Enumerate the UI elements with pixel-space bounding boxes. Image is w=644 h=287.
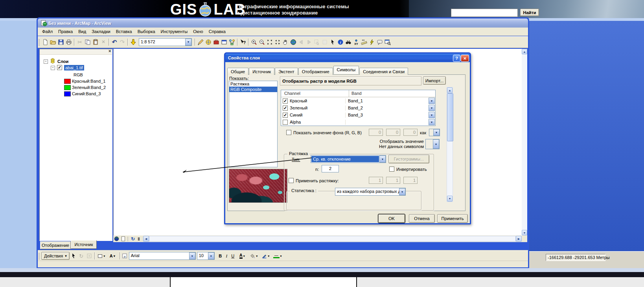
- table-row[interactable]: Alpha ▼: [281, 119, 435, 126]
- dialog-scrollbar[interactable]: ▲ ▼: [447, 87, 453, 202]
- clear-selection-icon[interactable]: [321, 38, 329, 46]
- tab-source[interactable]: Источник: [249, 68, 274, 75]
- list-item[interactable]: Растяжка: [229, 81, 277, 87]
- font-name-combo[interactable]: Arial ▼: [129, 252, 196, 260]
- measure-ruler-icon[interactable]: [360, 38, 368, 46]
- save-icon[interactable]: [57, 38, 65, 46]
- html-popup-icon[interactable]: [376, 38, 384, 46]
- site-search-button[interactable]: Найти: [520, 9, 539, 16]
- scroll-up-icon[interactable]: ▲: [447, 87, 453, 93]
- toc-tab-display[interactable]: Отображение: [40, 241, 71, 249]
- toc-renderer-label[interactable]: RGB: [74, 72, 83, 77]
- scroll-left-icon[interactable]: ◀: [143, 236, 149, 242]
- select-elements-arrow-icon[interactable]: [70, 252, 77, 260]
- line-width-pen-icon[interactable]: ▾: [260, 252, 272, 260]
- toc-close-icon[interactable]: ✕: [108, 49, 111, 53]
- add-data-icon[interactable]: [129, 38, 137, 46]
- zoom-out-icon[interactable]: [258, 38, 266, 46]
- chevron-down-icon[interactable]: ▼: [429, 119, 435, 125]
- map-vertical-scrollbar[interactable]: ▲ ▼: [522, 49, 527, 235]
- menu-bookmarks[interactable]: Закладки: [89, 28, 113, 35]
- bold-button[interactable]: B: [217, 252, 224, 260]
- map-horizontal-scrollbar[interactable]: [149, 236, 516, 242]
- statistics-combo[interactable]: из каждого набора растровых д ▼: [335, 188, 406, 196]
- ok-button[interactable]: OK: [378, 214, 405, 223]
- dialog-help-button[interactable]: ?: [453, 55, 460, 62]
- new-document-icon[interactable]: [41, 38, 49, 46]
- site-search-input[interactable]: [451, 9, 518, 17]
- scroll-down-icon[interactable]: ▼: [522, 230, 527, 235]
- chevron-down-icon[interactable]: ▼: [429, 98, 435, 104]
- font-color-icon[interactable]: A▾: [236, 252, 248, 260]
- chevron-down-icon[interactable]: ▼: [399, 188, 405, 195]
- histograms-button[interactable]: Гистограммы...: [388, 155, 429, 163]
- chevron-down-icon[interactable]: ▼: [433, 139, 439, 149]
- line-color-icon[interactable]: — ▾: [272, 252, 283, 260]
- background-b-field[interactable]: 0: [403, 129, 418, 136]
- chevron-down-icon[interactable]: ▼: [429, 105, 435, 111]
- cut-icon[interactable]: ✂: [76, 38, 84, 46]
- delete-icon[interactable]: ✕: [99, 38, 107, 46]
- apply-b-field[interactable]: 1: [403, 177, 418, 184]
- nodata-symbol-combo[interactable]: ▼: [425, 139, 440, 149]
- band-swatch-red[interactable]: [64, 79, 71, 84]
- tab-joins-relates[interactable]: Соединения и Связи: [359, 68, 408, 75]
- table-row[interactable]: ✓Красный Band_1 ▼: [281, 97, 435, 104]
- underline-button[interactable]: U: [230, 252, 236, 260]
- print-icon[interactable]: [65, 38, 73, 46]
- apply-r-field[interactable]: 1: [369, 177, 383, 184]
- toc-tab-source[interactable]: Источник: [71, 240, 97, 249]
- column-header-band[interactable]: Band: [349, 90, 435, 97]
- hyperlink-lightning-icon[interactable]: [368, 38, 376, 46]
- channel-checkbox[interactable]: ✓: [283, 106, 288, 111]
- menu-selection[interactable]: Выборка: [135, 28, 158, 35]
- band-swatch-green[interactable]: [64, 85, 71, 90]
- menu-edit[interactable]: Правка: [55, 28, 75, 35]
- table-row[interactable]: ✓Синий Band_3 ▼: [281, 111, 435, 119]
- refresh-view-icon[interactable]: ↻: [130, 236, 136, 242]
- stretch-type-combo[interactable]: Ср. кв. отклонение ▼: [311, 155, 386, 163]
- site-logo[interactable]: GIS LAB: [170, 1, 246, 18]
- menu-view[interactable]: Вид: [75, 28, 89, 35]
- full-extent-globe-icon[interactable]: [289, 38, 297, 46]
- arcmap-titlebar[interactable]: Без имени - ArcMap - ArcView: [38, 19, 528, 28]
- select-features-icon[interactable]: [313, 38, 321, 46]
- tab-symbology[interactable]: Символы: [333, 66, 359, 74]
- background-value-checkbox[interactable]: [286, 130, 291, 135]
- channel-checkbox[interactable]: ✓: [283, 113, 288, 118]
- arctoolbox-icon[interactable]: [212, 38, 220, 46]
- viewer-window-icon[interactable]: [384, 38, 392, 46]
- pause-drawing-icon[interactable]: ‖: [136, 236, 142, 242]
- channel-checkbox[interactable]: [283, 120, 288, 125]
- modelbuilder-icon[interactable]: [228, 38, 236, 46]
- cancel-button[interactable]: Отмена: [409, 214, 435, 223]
- chevron-down-icon[interactable]: ▼: [379, 156, 386, 163]
- find-binoculars-icon[interactable]: [344, 38, 352, 46]
- background-g-field[interactable]: 0: [386, 129, 400, 136]
- identify-icon[interactable]: i: [337, 38, 344, 46]
- back-extent-icon[interactable]: [297, 38, 305, 46]
- menu-tools[interactable]: Инструменты: [158, 28, 191, 35]
- rotate-element-icon[interactable]: ↻: [77, 252, 85, 260]
- go-to-xy-icon[interactable]: XY: [352, 38, 360, 46]
- tab-extent[interactable]: Экстент: [275, 68, 298, 75]
- renderer-listbox[interactable]: Растяжка RGB Composite: [229, 81, 278, 167]
- scroll-up-icon[interactable]: ▲: [522, 49, 527, 54]
- band-swatch-blue[interactable]: [64, 91, 71, 96]
- tab-display[interactable]: Отображение: [298, 68, 333, 75]
- column-header-channel[interactable]: Channel: [281, 90, 349, 97]
- italic-button[interactable]: I: [224, 252, 230, 260]
- apply-button[interactable]: Применить: [437, 214, 468, 223]
- menu-insert[interactable]: Вставка: [113, 28, 135, 35]
- chevron-down-icon[interactable]: ▼: [189, 252, 195, 259]
- toolbar-grip[interactable]: [39, 252, 40, 259]
- text-tool-icon[interactable]: A▾: [107, 252, 118, 260]
- scroll-right-icon[interactable]: ▶: [516, 236, 522, 242]
- scrollbar-thumb[interactable]: [447, 93, 453, 141]
- tab-general[interactable]: Общие: [227, 68, 248, 75]
- fill-color-icon[interactable]: ▾: [248, 252, 260, 260]
- menu-window[interactable]: Окно: [190, 28, 206, 35]
- background-r-field[interactable]: 0: [369, 129, 383, 136]
- table-row[interactable]: ✓Зеленый Band_2 ▼: [281, 104, 435, 111]
- font-size-combo[interactable]: 10 ▼: [197, 252, 215, 260]
